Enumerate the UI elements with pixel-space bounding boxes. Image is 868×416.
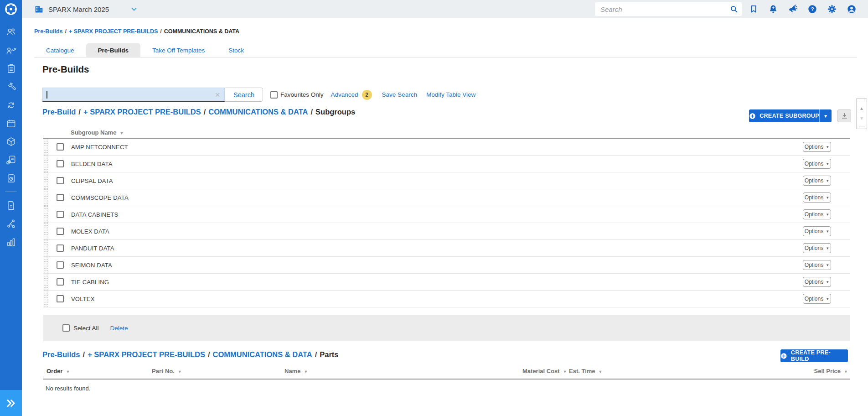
drag-handle[interactable]: [43, 274, 49, 290]
sidebar-item-catalogue[interactable]: [0, 132, 22, 151]
breadcrumb-link[interactable]: Pre-Build: [42, 108, 76, 116]
column-header-subgroup-name[interactable]: Subgroup Name▼: [71, 129, 124, 136]
breadcrumb-link[interactable]: + SPARX PROJECT PRE-BUILDS: [69, 28, 158, 35]
table-row[interactable]: COMMSCOPE DATA Options▼: [43, 189, 850, 206]
breadcrumb-link[interactable]: + SPARX PROJECT PRE-BUILDS: [88, 350, 205, 359]
advanced-link[interactable]: Advanced: [331, 91, 358, 98]
options-button[interactable]: Options▼: [803, 226, 831, 236]
drag-handle[interactable]: [43, 139, 49, 155]
table-row[interactable]: VOLTEX Options▼: [43, 291, 850, 307]
column-header-material-cost[interactable]: Material Cost▼: [522, 368, 567, 374]
subgroups-table: Subgroup Name▼ AMP NETCONNECT Options▼ B…: [43, 127, 850, 307]
company-dropdown-button[interactable]: [130, 5, 138, 15]
sidebar-item-recurring[interactable]: [0, 96, 22, 114]
tab-pre-builds[interactable]: Pre-Builds: [86, 43, 141, 57]
company-selector[interactable]: SPARX March 2025: [34, 0, 109, 18]
export-button[interactable]: [837, 109, 851, 122]
sidebar-item-purchase-orders[interactable]: [0, 169, 22, 187]
table-row[interactable]: DATA CABINETS Options▼: [43, 206, 850, 223]
options-button[interactable]: Options▼: [803, 243, 831, 253]
breadcrumb-link[interactable]: Pre-Builds: [34, 28, 63, 35]
column-header-sell-price[interactable]: Sell Price▼: [814, 368, 848, 374]
drag-handle[interactable]: [43, 189, 49, 206]
scroll-up-button[interactable]: ▲: [859, 106, 864, 111]
search-button[interactable]: Search: [225, 88, 263, 102]
drag-handle[interactable]: [43, 206, 49, 223]
drag-handle[interactable]: [43, 291, 49, 307]
sidebar-item-take-off[interactable]: [0, 214, 22, 233]
row-checkbox[interactable]: [57, 278, 64, 286]
options-button[interactable]: Options▼: [803, 277, 831, 287]
options-button[interactable]: Options▼: [803, 142, 831, 152]
sidebar-item-documents[interactable]: [0, 196, 22, 214]
table-row[interactable]: PANDUIT DATA Options▼: [43, 240, 850, 257]
advanced-filter-badge[interactable]: 2: [362, 90, 372, 100]
options-button[interactable]: Options▼: [803, 260, 831, 270]
options-button[interactable]: Options▼: [803, 209, 831, 219]
sidebar-item-sales-pipeline[interactable]: [0, 41, 22, 59]
options-button[interactable]: Options▼: [803, 159, 831, 169]
sidebar-item-schedule[interactable]: [0, 114, 22, 132]
bookmark-button[interactable]: [749, 4, 759, 14]
breadcrumb-link[interactable]: COMMUNICATIONS & DATA: [213, 350, 312, 359]
delete-link[interactable]: Delete: [110, 325, 128, 332]
row-checkbox[interactable]: [57, 295, 64, 302]
breadcrumb-link[interactable]: COMMUNICATIONS & DATA: [208, 108, 308, 116]
options-button[interactable]: Options▼: [803, 176, 831, 186]
sidebar-item-billing[interactable]: [0, 151, 22, 169]
notifications-button[interactable]: [768, 4, 778, 14]
tab-take-off-templates[interactable]: Take Off Templates: [140, 43, 217, 57]
sidebar-expand-button[interactable]: [0, 390, 22, 416]
modify-table-view-link[interactable]: Modify Table View: [426, 91, 475, 98]
breadcrumb-link[interactable]: + SPARX PROJECT PRE-BUILDS: [83, 108, 201, 116]
prebuilds-search-input[interactable]: ✕: [42, 88, 225, 102]
table-row[interactable]: BELDEN DATA Options▼: [43, 156, 850, 172]
row-checkbox[interactable]: [57, 143, 64, 151]
table-row[interactable]: AMP NETCONNECT Options▼: [43, 139, 850, 156]
row-checkbox[interactable]: [57, 244, 64, 252]
table-row[interactable]: MOLEX DATA Options▼: [43, 223, 850, 240]
create-subgroup-dropdown-button[interactable]: ▼: [819, 109, 832, 122]
account-button[interactable]: [847, 4, 857, 14]
scroll-down-button[interactable]: ▼: [859, 116, 864, 121]
tab-stock[interactable]: Stock: [217, 43, 256, 57]
select-all-checkbox[interactable]: [62, 324, 70, 332]
drag-handle[interactable]: [43, 240, 49, 256]
breadcrumb-link[interactable]: Pre-Builds: [42, 350, 80, 359]
save-search-link[interactable]: Save Search: [382, 91, 417, 98]
clear-search-icon[interactable]: ✕: [215, 91, 220, 99]
tab-catalogue[interactable]: Catalogue: [34, 43, 86, 57]
drag-handle[interactable]: [43, 223, 49, 239]
table-row[interactable]: CLIPSAL DATA Options▼: [43, 172, 850, 189]
drag-handle[interactable]: [43, 172, 49, 189]
row-checkbox[interactable]: [57, 177, 64, 184]
column-header-est-time[interactable]: Est. Time▼: [569, 368, 602, 374]
sidebar-item-reports[interactable]: [0, 233, 22, 251]
create-pre-build-button[interactable]: CREATE PRE-BUILD: [780, 349, 848, 362]
sidebar-item-tools[interactable]: [0, 78, 22, 96]
global-search-input[interactable]: [595, 2, 742, 16]
favourites-only-toggle[interactable]: Favourites Only: [270, 91, 324, 99]
options-button[interactable]: Options▼: [803, 192, 831, 203]
row-checkbox[interactable]: [57, 160, 64, 167]
table-row[interactable]: SEIMON DATA Options▼: [43, 257, 850, 274]
options-button[interactable]: Options▼: [803, 294, 831, 304]
row-checkbox[interactable]: [57, 261, 64, 269]
favourites-checkbox[interactable]: [270, 91, 278, 99]
drag-handle[interactable]: [43, 257, 49, 273]
row-checkbox[interactable]: [57, 194, 64, 201]
column-header-part-no[interactable]: Part No.▼: [152, 368, 182, 374]
search-icon[interactable]: [729, 5, 739, 16]
sidebar-item-jobs[interactable]: [0, 59, 22, 78]
row-checkbox[interactable]: [57, 211, 64, 218]
table-row[interactable]: TIE CABLING Options▼: [43, 274, 850, 291]
column-header-name[interactable]: Name▼: [284, 368, 308, 374]
announcements-button[interactable]: [788, 4, 798, 14]
row-checkbox[interactable]: [57, 228, 64, 235]
create-subgroup-button[interactable]: CREATE SUBGROUP: [749, 109, 819, 122]
settings-button[interactable]: [827, 4, 837, 14]
sidebar-item-contacts[interactable]: [0, 23, 22, 41]
column-header-order[interactable]: Order▼: [46, 368, 70, 374]
help-button[interactable]: ?: [807, 4, 817, 14]
drag-handle[interactable]: [43, 156, 49, 172]
